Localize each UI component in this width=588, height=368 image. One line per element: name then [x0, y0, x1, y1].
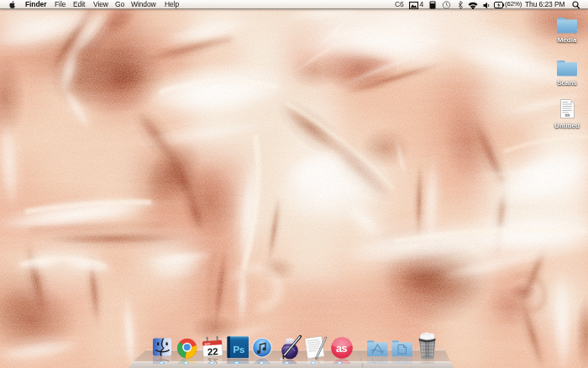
svg-text:Ps: Ps: [233, 344, 244, 355]
svg-text:MAY: MAY: [205, 342, 212, 346]
svg-text:22: 22: [207, 346, 219, 357]
svg-text:as: as: [336, 343, 347, 355]
